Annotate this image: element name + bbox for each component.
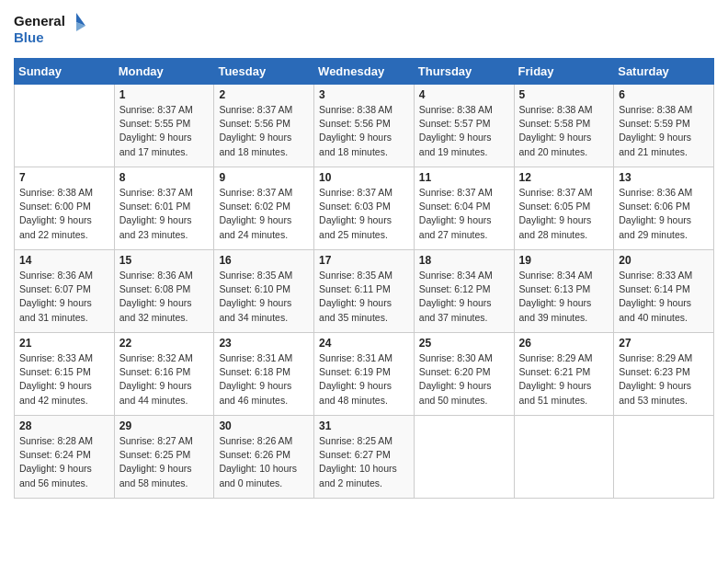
day-info: Sunrise: 8:30 AMSunset: 6:20 PMDaylight:…	[419, 351, 509, 408]
day-number: 31	[319, 419, 409, 432]
calendar-cell: 30Sunrise: 8:26 AMSunset: 6:26 PMDayligh…	[214, 416, 314, 499]
day-number: 17	[319, 254, 409, 267]
day-info: Sunrise: 8:38 AMSunset: 5:57 PMDaylight:…	[419, 103, 509, 159]
calendar-cell: 18Sunrise: 8:34 AMSunset: 6:12 PMDayligh…	[414, 250, 514, 333]
calendar-cell: 8Sunrise: 8:37 AMSunset: 6:01 PMDaylight…	[114, 167, 214, 250]
day-number: 2	[219, 88, 309, 101]
day-info: Sunrise: 8:28 AMSunset: 6:24 PMDaylight:…	[19, 434, 109, 490]
calendar-cell: 20Sunrise: 8:33 AMSunset: 6:14 PMDayligh…	[614, 250, 714, 333]
calendar-cell: 28Sunrise: 8:28 AMSunset: 6:24 PMDayligh…	[15, 416, 115, 499]
day-info: Sunrise: 8:26 AMSunset: 6:26 PMDaylight:…	[219, 434, 309, 490]
calendar-cell: 22Sunrise: 8:32 AMSunset: 6:16 PMDayligh…	[114, 333, 214, 416]
day-number: 16	[219, 254, 309, 267]
calendar-cell: 13Sunrise: 8:36 AMSunset: 6:06 PMDayligh…	[614, 167, 714, 250]
calendar-week-5: 28Sunrise: 8:28 AMSunset: 6:24 PMDayligh…	[15, 416, 714, 499]
calendar-header-row: SundayMondayTuesdayWednesdayThursdayFrid…	[15, 59, 714, 85]
day-number: 8	[119, 171, 210, 184]
calendar-cell: 25Sunrise: 8:30 AMSunset: 6:20 PMDayligh…	[414, 333, 514, 416]
day-number: 23	[219, 337, 309, 350]
day-info: Sunrise: 8:38 AMSunset: 5:56 PMDaylight:…	[319, 103, 409, 159]
day-number: 24	[319, 337, 409, 350]
calendar-cell: 21Sunrise: 8:33 AMSunset: 6:15 PMDayligh…	[15, 333, 115, 416]
calendar-cell: 9Sunrise: 8:37 AMSunset: 6:02 PMDaylight…	[214, 167, 314, 250]
calendar-week-1: 1Sunrise: 8:37 AMSunset: 5:55 PMDaylight…	[15, 85, 714, 167]
day-number: 15	[119, 254, 210, 267]
day-info: Sunrise: 8:33 AMSunset: 6:14 PMDaylight:…	[619, 269, 709, 325]
calendar-cell: 2Sunrise: 8:37 AMSunset: 5:56 PMDaylight…	[214, 85, 314, 167]
day-number: 7	[19, 171, 109, 184]
calendar-cell: 29Sunrise: 8:27 AMSunset: 6:25 PMDayligh…	[114, 416, 214, 499]
day-header-tuesday: Tuesday	[214, 59, 314, 85]
calendar-cell: 17Sunrise: 8:35 AMSunset: 6:11 PMDayligh…	[314, 250, 415, 333]
calendar-cell	[514, 416, 614, 499]
day-number: 18	[419, 254, 509, 267]
day-info: Sunrise: 8:36 AMSunset: 6:07 PMDaylight:…	[19, 269, 109, 325]
day-info: Sunrise: 8:34 AMSunset: 6:12 PMDaylight:…	[419, 269, 509, 325]
calendar-cell: 1Sunrise: 8:37 AMSunset: 5:55 PMDaylight…	[114, 85, 214, 167]
calendar-cell: 6Sunrise: 8:38 AMSunset: 5:59 PMDaylight…	[614, 85, 714, 167]
day-info: Sunrise: 8:32 AMSunset: 6:16 PMDaylight:…	[119, 351, 210, 408]
calendar-cell: 4Sunrise: 8:38 AMSunset: 5:57 PMDaylight…	[414, 85, 514, 167]
calendar-cell: 11Sunrise: 8:37 AMSunset: 6:04 PMDayligh…	[414, 167, 514, 250]
calendar-cell: 23Sunrise: 8:31 AMSunset: 6:18 PMDayligh…	[214, 333, 314, 416]
day-number: 4	[419, 88, 509, 101]
day-info: Sunrise: 8:38 AMSunset: 5:59 PMDaylight:…	[619, 103, 709, 159]
calendar-cell: 16Sunrise: 8:35 AMSunset: 6:10 PMDayligh…	[214, 250, 314, 333]
day-header-thursday: Thursday	[414, 59, 514, 85]
calendar-cell	[414, 416, 514, 499]
svg-text:General: General	[14, 13, 65, 29]
day-info: Sunrise: 8:29 AMSunset: 6:23 PMDaylight:…	[619, 351, 709, 408]
calendar-cell: 31Sunrise: 8:25 AMSunset: 6:27 PMDayligh…	[314, 416, 415, 499]
day-info: Sunrise: 8:31 AMSunset: 6:19 PMDaylight:…	[319, 351, 409, 408]
day-info: Sunrise: 8:36 AMSunset: 6:06 PMDaylight:…	[619, 186, 709, 242]
day-number: 13	[619, 171, 709, 184]
day-number: 21	[19, 337, 109, 350]
calendar-cell: 7Sunrise: 8:38 AMSunset: 6:00 PMDaylight…	[15, 167, 115, 250]
day-info: Sunrise: 8:37 AMSunset: 6:05 PMDaylight:…	[519, 186, 609, 242]
day-info: Sunrise: 8:25 AMSunset: 6:27 PMDaylight:…	[319, 434, 409, 490]
day-number: 9	[219, 171, 309, 184]
day-header-monday: Monday	[114, 59, 214, 85]
day-info: Sunrise: 8:37 AMSunset: 6:01 PMDaylight:…	[119, 186, 210, 242]
day-info: Sunrise: 8:37 AMSunset: 6:02 PMDaylight:…	[219, 186, 309, 242]
day-info: Sunrise: 8:37 AMSunset: 6:03 PMDaylight:…	[319, 186, 409, 242]
day-info: Sunrise: 8:38 AMSunset: 5:58 PMDaylight:…	[519, 103, 609, 159]
day-header-wednesday: Wednesday	[314, 59, 415, 85]
calendar-cell: 19Sunrise: 8:34 AMSunset: 6:13 PMDayligh…	[514, 250, 614, 333]
day-number: 30	[219, 419, 309, 432]
day-number: 1	[119, 88, 210, 101]
logo: General Blue	[14, 9, 87, 51]
day-info: Sunrise: 8:27 AMSunset: 6:25 PMDaylight:…	[119, 434, 210, 490]
day-number: 11	[419, 171, 509, 184]
svg-text:Blue: Blue	[14, 29, 44, 45]
day-number: 22	[119, 337, 210, 350]
day-header-friday: Friday	[514, 59, 614, 85]
day-info: Sunrise: 8:38 AMSunset: 6:00 PMDaylight:…	[19, 186, 109, 242]
day-info: Sunrise: 8:35 AMSunset: 6:11 PMDaylight:…	[319, 269, 409, 325]
calendar-cell: 12Sunrise: 8:37 AMSunset: 6:05 PMDayligh…	[514, 167, 614, 250]
day-info: Sunrise: 8:34 AMSunset: 6:13 PMDaylight:…	[519, 269, 609, 325]
day-number: 27	[619, 337, 709, 350]
day-number: 29	[119, 419, 210, 432]
day-number: 26	[519, 337, 609, 350]
logo-svg: General Blue	[14, 9, 87, 51]
day-number: 6	[619, 88, 709, 101]
calendar-cell: 24Sunrise: 8:31 AMSunset: 6:19 PMDayligh…	[314, 333, 415, 416]
day-number: 14	[19, 254, 109, 267]
day-info: Sunrise: 8:35 AMSunset: 6:10 PMDaylight:…	[219, 269, 309, 325]
calendar-cell: 15Sunrise: 8:36 AMSunset: 6:08 PMDayligh…	[114, 250, 214, 333]
calendar-cell: 3Sunrise: 8:38 AMSunset: 5:56 PMDaylight…	[314, 85, 415, 167]
day-number: 25	[419, 337, 509, 350]
day-number: 12	[519, 171, 609, 184]
calendar-cell: 14Sunrise: 8:36 AMSunset: 6:07 PMDayligh…	[15, 250, 115, 333]
day-number: 5	[519, 88, 609, 101]
calendar-week-2: 7Sunrise: 8:38 AMSunset: 6:00 PMDaylight…	[15, 167, 714, 250]
day-info: Sunrise: 8:37 AMSunset: 5:56 PMDaylight:…	[219, 103, 309, 159]
calendar-cell: 26Sunrise: 8:29 AMSunset: 6:21 PMDayligh…	[514, 333, 614, 416]
calendar-week-4: 21Sunrise: 8:33 AMSunset: 6:15 PMDayligh…	[15, 333, 714, 416]
day-number: 19	[519, 254, 609, 267]
day-info: Sunrise: 8:31 AMSunset: 6:18 PMDaylight:…	[219, 351, 309, 408]
day-info: Sunrise: 8:33 AMSunset: 6:15 PMDaylight:…	[19, 351, 109, 408]
day-number: 10	[319, 171, 409, 184]
day-number: 3	[319, 88, 409, 101]
